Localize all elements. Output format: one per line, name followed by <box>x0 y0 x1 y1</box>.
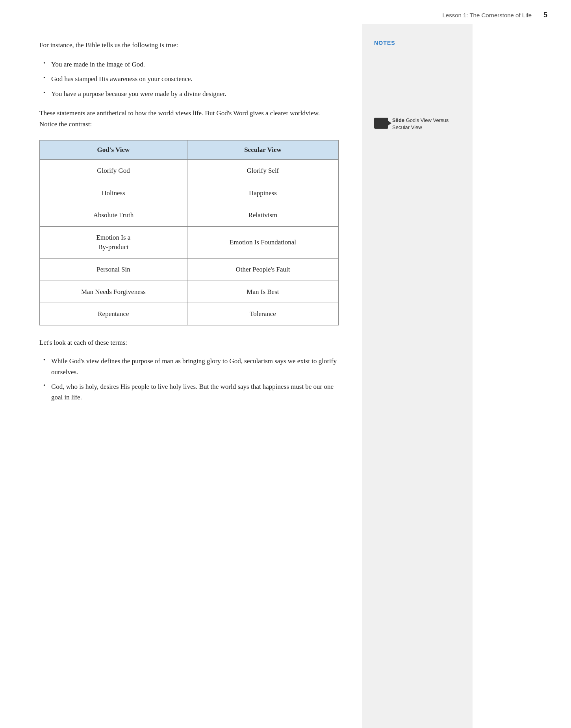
table-cell-col1: Emotion Is aBy-product <box>40 227 187 259</box>
table-row: Glorify GodGlorify Self <box>40 159 339 182</box>
table-cell-col1: Glorify God <box>40 159 187 182</box>
slide-annotation: Slide God's View Versus Secular View <box>374 117 461 131</box>
col1-header: God's View <box>40 140 187 159</box>
table-row: Man Needs ForgivenessMan Is Best <box>40 281 339 303</box>
table-cell-col2: Emotion Is Foundational <box>187 227 338 259</box>
table-cell-col2: Relativism <box>187 204 338 227</box>
comparison-table: God's View Secular View Glorify GodGlori… <box>39 140 339 325</box>
sidebar: NOTES Slide God's View Versus Secular Vi… <box>362 24 473 728</box>
table-cell-col1: Repentance <box>40 303 187 325</box>
table-row: HolinessHappiness <box>40 182 339 204</box>
notes-label: NOTES <box>374 40 461 46</box>
table-cell-col2: Glorify Self <box>187 159 338 182</box>
list-item: You are made in the image of God. <box>39 59 339 70</box>
let-look-text: Let's look at each of these terms: <box>39 337 339 348</box>
table-cell-col1: Holiness <box>40 182 187 204</box>
table-row: RepentanceTolerance <box>40 303 339 325</box>
list-item: God has stamped His awareness on your co… <box>39 74 339 84</box>
page-body: For instance, the Bible tells us the fol… <box>0 24 571 728</box>
page-number: 5 <box>543 11 547 19</box>
list-item: God, who is holy, desires His people to … <box>39 381 339 403</box>
slide-icon <box>374 118 388 129</box>
page: Lesson 1: The Cornerstone of Life 5 For … <box>0 0 571 728</box>
table-row: Emotion Is aBy-productEmotion Is Foundat… <box>40 227 339 259</box>
table-cell-col2: Other People's Fault <box>187 258 338 281</box>
slide-label: Slide <box>392 117 404 123</box>
table-cell-col1: Personal Sin <box>40 258 187 281</box>
table-cell-col1: Man Needs Forgiveness <box>40 281 187 303</box>
intro-text: For instance, the Bible tells us the fol… <box>39 40 339 50</box>
table-cell-col2: Happiness <box>187 182 338 204</box>
table-cell-col2: Man Is Best <box>187 281 338 303</box>
table-cell-col2: Tolerance <box>187 303 338 325</box>
bullet-list-1: You are made in the image of God. God ha… <box>39 59 339 99</box>
slide-text: Slide God's View Versus Secular View <box>392 117 461 131</box>
bullet-list-2: While God's view defines the purpose of … <box>39 356 339 403</box>
table-row: Personal SinOther People's Fault <box>40 258 339 281</box>
table-row: Absolute TruthRelativism <box>40 204 339 227</box>
main-content: For instance, the Bible tells us the fol… <box>0 24 362 728</box>
col2-header: Secular View <box>187 140 338 159</box>
table-cell-col1: Absolute Truth <box>40 204 187 227</box>
paragraph-1: These statements are antithetical to how… <box>39 108 339 130</box>
list-item: You have a purpose because you were made… <box>39 89 339 99</box>
lesson-label: Lesson 1: The Cornerstone of Life <box>442 12 532 18</box>
page-header: Lesson 1: The Cornerstone of Life 5 <box>0 0 571 24</box>
list-item: While God's view defines the purpose of … <box>39 356 339 377</box>
